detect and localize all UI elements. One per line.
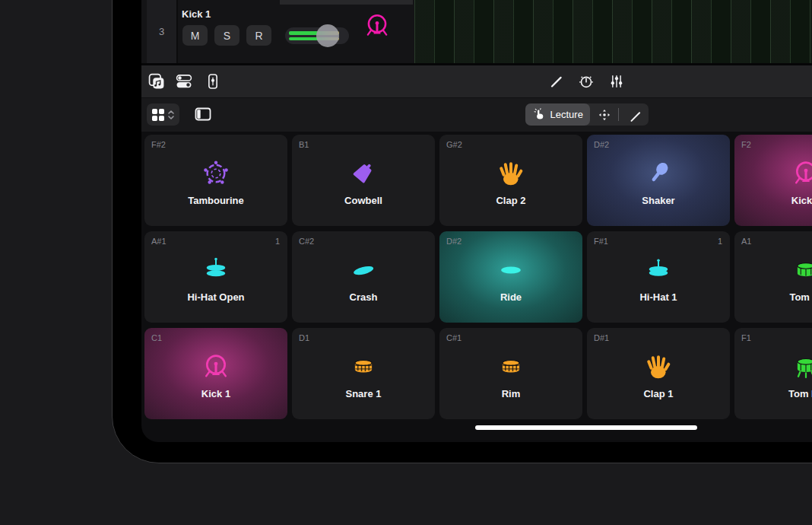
pad-label: Rim — [439, 388, 582, 399]
clap-icon — [643, 352, 674, 382]
pad-tom-lo[interactable]: F1 Tom Lo — [734, 328, 812, 419]
play-mode-segment[interactable]: Lecture — [525, 103, 590, 126]
pad-label: Cowbell — [292, 195, 435, 206]
pad-label: Hi-Hat Open — [144, 291, 287, 303]
solo-button[interactable]: S — [214, 25, 239, 46]
mode-segmented-control: Lecture — [525, 103, 649, 126]
region-edge-above — [280, 0, 413, 5]
pad-rim[interactable]: C#1 Rim — [439, 328, 582, 419]
pad-label: Clap 1 — [587, 388, 730, 399]
draw-icon[interactable] — [547, 72, 566, 91]
volume-knob[interactable] — [316, 24, 339, 47]
pad-hihat-open[interactable]: A#1 1 Hi-Hat Open — [144, 231, 287, 323]
kick-drum-track-icon — [363, 11, 392, 40]
pad-hihat-1[interactable]: F#1 1 Hi-Hat 1 — [587, 231, 730, 323]
sidebar-toggle-icon[interactable] — [194, 105, 212, 123]
pad-note: A#1 — [151, 237, 167, 246]
main-toolbar — [141, 65, 812, 97]
loop-browser-icon[interactable] — [147, 72, 166, 91]
edit-mode-segment[interactable] — [619, 103, 649, 126]
pad-snare-1[interactable]: D1 Snare 1 — [292, 328, 435, 419]
pad-label: Clap 2 — [439, 195, 582, 206]
pad-note: F#1 — [594, 237, 608, 246]
pad-label: Tambourine — [144, 195, 287, 206]
floor-tom-icon — [791, 352, 812, 382]
shaker-icon — [643, 158, 674, 189]
pad-kick-1[interactable]: C1 Kick 1 — [144, 328, 287, 419]
move-icon — [598, 108, 611, 122]
pad-note: C#1 — [446, 333, 462, 342]
hihat-closed-icon — [643, 255, 674, 285]
pad-tom-hi[interactable]: A1 Tom Hi — [734, 231, 812, 323]
track-number: 3 — [147, 0, 178, 63]
kick-drum-icon — [201, 352, 231, 382]
pad-label: Shaker — [587, 195, 730, 206]
volume-slider[interactable] — [285, 27, 349, 44]
mute-button[interactable]: M — [182, 25, 208, 46]
crash-cymbal-icon — [348, 255, 379, 285]
pad-clap-1[interactable]: D#1 Clap 1 — [587, 328, 730, 419]
hihat-open-icon — [201, 255, 231, 285]
pad-note: D1 — [299, 333, 309, 342]
position-mode-segment[interactable] — [590, 103, 618, 126]
pad-note: C#2 — [299, 237, 314, 246]
pad-note: F2 — [741, 140, 751, 149]
pad-note: A1 — [741, 237, 751, 246]
pad-note: B1 — [299, 140, 309, 149]
pad-note: F1 — [741, 333, 751, 342]
pad-cowbell[interactable]: B1 Cowbell — [292, 135, 435, 226]
view-bar: Lecture — [141, 97, 812, 132]
pad-label: Crash — [292, 291, 435, 303]
horizontal-scrollbar[interactable] — [475, 425, 697, 430]
mixer-icon[interactable] — [607, 72, 626, 91]
plugins-icon[interactable] — [204, 72, 222, 91]
pad-label: Kick 2 — [734, 195, 812, 206]
pad-label: Kick 1 — [144, 388, 287, 399]
track-header: 3 Kick 1 M S R — [141, 0, 812, 65]
pad-note: F#2 — [151, 140, 166, 149]
tap-hand-icon — [533, 108, 546, 121]
pad-label: Tom Hi — [734, 291, 812, 303]
pad-label: Ride — [439, 291, 582, 303]
rim-drum-icon — [496, 352, 526, 382]
clap-icon — [496, 158, 526, 189]
smart-controls-icon[interactable] — [175, 72, 193, 91]
pad-label: Tom Lo — [734, 388, 812, 399]
snare-drum-icon — [348, 352, 379, 382]
pad-badge: 1 — [718, 237, 722, 246]
tom-icon — [791, 255, 812, 285]
pad-note: G#2 — [446, 140, 462, 149]
pad-note: D#1 — [594, 333, 609, 342]
track-lane-grid[interactable] — [414, 0, 812, 63]
metronome-icon[interactable] — [577, 72, 595, 91]
pad-note: D#2 — [446, 237, 462, 246]
app-screen: 3 Kick 1 M S R Lecture — [141, 0, 812, 442]
track-name-label: Kick 1 — [182, 8, 211, 20]
pad-badge: 1 — [275, 237, 280, 246]
chevron-up-down-icon — [167, 109, 175, 121]
grid-2x2-icon — [152, 109, 164, 121]
pad-clap-2[interactable]: G#2 Clap 2 — [439, 135, 582, 226]
pad-crash[interactable]: C#2 Crash — [292, 231, 435, 323]
tambourine-icon — [201, 158, 231, 189]
pad-label: Hi-Hat 1 — [587, 291, 730, 303]
pad-kick-2[interactable]: F2 Kick 2 — [734, 135, 812, 226]
pencil-icon — [627, 108, 641, 122]
play-mode-label: Lecture — [550, 109, 583, 120]
pad-ride[interactable]: D#2 Ride — [439, 231, 582, 323]
pad-note: D#2 — [594, 140, 609, 149]
ride-cymbal-icon — [496, 255, 526, 285]
pad-shaker[interactable]: D#2 Shaker — [587, 135, 730, 226]
record-enable-button[interactable]: R — [246, 25, 271, 46]
kick-drum-icon — [791, 158, 812, 189]
pad-tambourine[interactable]: F#2 Tambourine — [144, 135, 287, 226]
pad-note: C1 — [151, 333, 162, 342]
cowbell-icon — [348, 158, 379, 189]
pad-layout-selector[interactable] — [147, 103, 179, 126]
pad-label: Snare 1 — [292, 388, 435, 399]
